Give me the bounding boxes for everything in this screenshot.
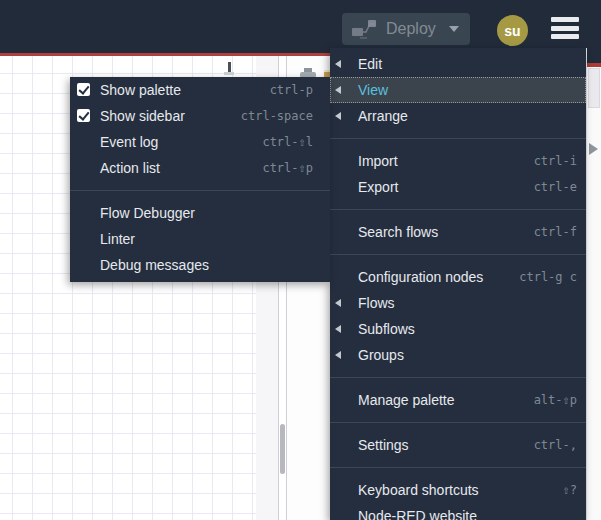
menu-item-label: Show palette <box>100 82 181 98</box>
window-scrollbar-cap <box>587 48 601 63</box>
menu-separator <box>330 377 586 378</box>
deploy-button-label: Deploy <box>386 20 436 38</box>
submenu-item-flow-debugger[interactable]: Flow Debugger <box>70 200 330 226</box>
menu-item-label: Search flows <box>358 224 438 240</box>
menu-item-label: View <box>358 82 388 98</box>
menu-item-shortcut: ctrl-⇧l <box>262 135 313 149</box>
menu-separator <box>330 254 586 255</box>
menu-item-label: Settings <box>358 437 409 453</box>
menu-item-subflows[interactable]: Subflows <box>330 316 586 342</box>
menu-item-label: Configuration nodes <box>358 269 483 285</box>
menu-item-edit[interactable]: Edit <box>330 51 586 77</box>
menu-item-label: Subflows <box>358 321 415 337</box>
menu-item-label: Flow Debugger <box>100 205 195 221</box>
menu-item-search-flows[interactable]: Search flows ctrl-f <box>330 219 586 245</box>
menu-bar-icon <box>551 17 579 22</box>
menu-item-label: Groups <box>358 347 404 363</box>
submenu-caret-icon <box>335 351 341 359</box>
chevron-down-icon[interactable] <box>449 26 459 32</box>
submenu-item-action-list[interactable]: Action list ctrl-⇧p <box>70 155 330 181</box>
deploy-icon <box>351 18 377 40</box>
submenu-item-show-sidebar[interactable]: Show sidebar ctrl-space <box>70 103 330 129</box>
menu-item-arrange[interactable]: Arrange <box>330 103 586 129</box>
checkbox-checked-icon[interactable] <box>77 109 90 122</box>
submenu-item-show-palette[interactable]: Show palette ctrl-p <box>70 77 330 103</box>
menu-item-label: Manage palette <box>358 392 455 408</box>
menu-item-label: Event log <box>100 134 158 150</box>
menu-separator <box>330 209 586 210</box>
submenu-caret-icon <box>335 325 341 333</box>
view-submenu: Show palette ctrl-p Show sidebar ctrl-sp… <box>70 77 330 282</box>
menu-item-shortcut: ctrl-e <box>534 180 577 194</box>
menu-bar-icon <box>551 26 579 31</box>
menu-item-groups[interactable]: Groups <box>330 342 586 368</box>
menu-item-settings[interactable]: Settings ctrl-, <box>330 432 586 458</box>
menu-item-label: Export <box>358 179 398 195</box>
menu-item-keyboard-shortcuts[interactable]: Keyboard shortcuts ⇧? <box>330 477 586 503</box>
menu-item-shortcut: ctrl-space <box>241 109 313 123</box>
view-submenu-list: Show palette ctrl-p Show sidebar ctrl-sp… <box>70 77 330 282</box>
menu-item-label: Arrange <box>358 108 408 124</box>
workspace-top-border <box>0 53 330 56</box>
menu-item-shortcut: ctrl-g c <box>519 270 577 284</box>
menu-item-flows[interactable]: Flows <box>330 290 586 316</box>
menu-item-label: Import <box>358 153 398 169</box>
submenu-item-debug-messages[interactable]: Debug messages <box>70 252 330 278</box>
menu-item-import[interactable]: Import ctrl-i <box>330 148 586 174</box>
submenu-caret-icon <box>335 299 341 307</box>
checkbox-checked-icon[interactable] <box>77 83 90 96</box>
menu-item-shortcut: alt-⇧p <box>534 393 577 407</box>
menu-item-view[interactable]: View <box>330 77 586 103</box>
window-scrollbar-red-cap <box>587 63 601 67</box>
menu-item-label: Show sidebar <box>100 108 185 124</box>
submenu-item-event-log[interactable]: Event log ctrl-⇧l <box>70 129 330 155</box>
menu-item-shortcut: ctrl-i <box>534 154 577 168</box>
menu-item-configuration-nodes[interactable]: Configuration nodes ctrl-g c <box>330 264 586 290</box>
submenu-caret-icon <box>335 112 341 120</box>
user-avatar[interactable]: su <box>497 15 528 46</box>
menu-item-manage-palette[interactable]: Manage palette alt-⇧p <box>330 387 586 413</box>
menu-item-shortcut: ctrl-, <box>534 438 577 452</box>
menu-item-node-red-website[interactable]: Node-RED website <box>330 503 586 520</box>
deploy-button[interactable]: Deploy <box>342 13 470 45</box>
canvas-scrollbar-thumb[interactable] <box>280 424 285 474</box>
submenu-caret-icon <box>335 60 341 68</box>
menu-item-label: Keyboard shortcuts <box>358 482 479 498</box>
menu-item-shortcut: ctrl-f <box>534 225 577 239</box>
canvas-fragment <box>224 72 234 75</box>
main-menu-icon[interactable] <box>551 17 579 39</box>
menu-item-label: Action list <box>100 160 160 176</box>
menu-separator <box>70 190 330 191</box>
main-menu-list: Edit View Arrange Import ctrl-i Export c… <box>330 48 586 520</box>
menu-item-shortcut: ctrl-p <box>270 83 313 97</box>
canvas-fragment <box>228 62 231 72</box>
menu-item-label: Debug messages <box>100 257 209 273</box>
scroll-arrow-icon <box>589 143 598 155</box>
window-scrollbar-thumb[interactable] <box>588 68 600 108</box>
menu-separator <box>330 467 586 468</box>
menu-item-label: Linter <box>100 231 135 247</box>
menu-item-label: Edit <box>358 56 382 72</box>
menu-item-export[interactable]: Export ctrl-e <box>330 174 586 200</box>
menu-item-label: Flows <box>358 295 395 311</box>
window-scrollbar[interactable] <box>586 48 601 520</box>
menu-bar-icon <box>551 34 579 39</box>
avatar-initials: su <box>504 23 520 39</box>
menu-item-shortcut: ctrl-⇧p <box>262 161 313 175</box>
menu-separator <box>330 422 586 423</box>
submenu-caret-icon <box>335 86 341 94</box>
main-dropdown-menu: Edit View Arrange Import ctrl-i Export c… <box>330 48 586 520</box>
menu-separator <box>330 138 586 139</box>
menu-item-shortcut: ⇧? <box>563 483 577 497</box>
node-red-editor: Deploy su Edit View Arrange <box>0 0 601 520</box>
submenu-item-linter[interactable]: Linter <box>70 226 330 252</box>
menu-item-label: Node-RED website <box>358 508 477 520</box>
